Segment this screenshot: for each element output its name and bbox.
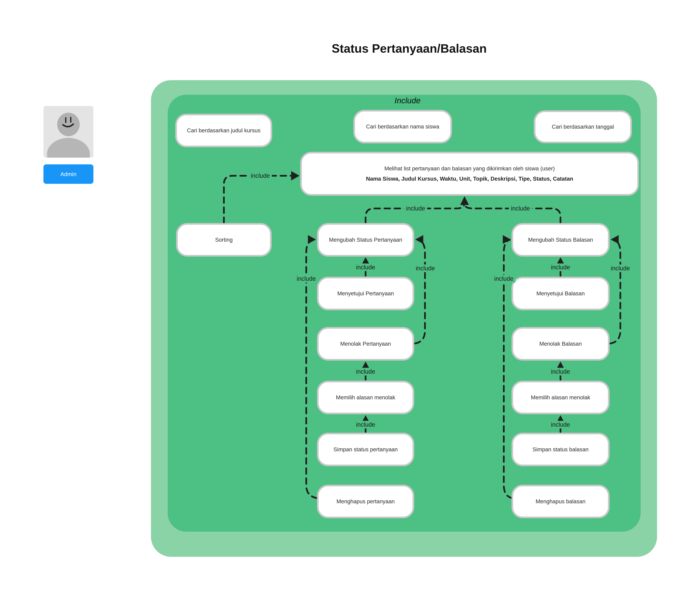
usecase-cari-judul-kursus: Cari berdasarkan judul kursus bbox=[175, 114, 272, 147]
actor-admin-label: Admin bbox=[60, 171, 76, 177]
usecase-diagram-canvas: Status Pertanyaan/Balasan Admin Include bbox=[0, 0, 700, 589]
usecase-tolak-pertanyaan: Menolak Pertanyaan bbox=[317, 327, 414, 361]
usecase-label: Cari berdasarkan tanggal bbox=[552, 123, 614, 131]
usecase-setuju-pertanyaan: Menyetujui Pertanyaan bbox=[317, 277, 414, 310]
include-label-simpan-balasan: include bbox=[549, 421, 572, 428]
usecase-label: Menyetujui Pertanyaan bbox=[337, 290, 394, 298]
usecase-label: Mengubah Status Pertanyaan bbox=[329, 236, 402, 244]
usecase-simpan-status-balasan: Simpan status balasan bbox=[511, 433, 610, 466]
include-label-tolak-loop-balasan: include bbox=[609, 264, 632, 272]
include-label-alasan-balasan: include bbox=[549, 368, 572, 376]
include-label-ubah-pertanyaan: include bbox=[404, 205, 427, 212]
usecase-label: Menghapus balasan bbox=[536, 498, 586, 505]
usecase-setuju-balasan: Menyetujui Balasan bbox=[511, 277, 610, 310]
usecase-hapus-balasan: Menghapus balasan bbox=[511, 485, 610, 518]
usecase-label: Menyetujui Balasan bbox=[536, 290, 585, 298]
actor-admin-badge: Admin bbox=[43, 164, 93, 184]
usecase-label: Sorting bbox=[215, 236, 233, 244]
usecase-sorting: Sorting bbox=[176, 223, 272, 256]
include-label-ubah-balasan: include bbox=[509, 205, 532, 212]
usecase-label: Simpan status pertanyaan bbox=[333, 446, 398, 453]
include-label-hapus-loop-pertanyaan: include bbox=[295, 275, 318, 282]
usecase-alasan-menolak-balasan: Memilih alasan menolak bbox=[511, 381, 610, 414]
usecase-label: Menolak Balasan bbox=[539, 340, 582, 348]
usecase-label: Mengubah Status Balasan bbox=[528, 236, 593, 244]
admin-avatar bbox=[43, 106, 93, 158]
usecase-ubah-status-pertanyaan: Mengubah Status Pertanyaan bbox=[317, 223, 414, 256]
usecase-label: Simpan status balasan bbox=[533, 446, 589, 453]
usecase-tolak-balasan: Menolak Balasan bbox=[511, 327, 610, 361]
usecase-label: Menghapus pertanyaan bbox=[336, 498, 395, 505]
include-label-setuju-balasan: include bbox=[549, 263, 572, 271]
usecase-label: Cari berdasarkan nama siswa bbox=[366, 123, 439, 131]
usecase-melihat-list: Melihat list pertanyaan dan balasan yang… bbox=[300, 152, 639, 196]
usecase-hapus-pertanyaan: Menghapus pertanyaan bbox=[317, 485, 414, 518]
include-label-setuju-pertanyaan: include bbox=[354, 263, 377, 271]
usecase-label-line2: Nama Siswa, Judul Kursus, Waktu, Unit, T… bbox=[366, 175, 573, 183]
person-icon bbox=[43, 106, 93, 158]
include-label-hapus-loop-balasan: include bbox=[492, 275, 515, 282]
usecase-cari-nama-siswa: Cari berdasarkan nama siswa bbox=[354, 110, 452, 143]
usecase-label-line1: Melihat list pertanyaan dan balasan yang… bbox=[366, 165, 573, 172]
boundary-heading: Include bbox=[395, 96, 421, 105]
usecase-cari-tanggal: Cari berdasarkan tanggal bbox=[534, 110, 632, 143]
usecase-label: Memilih alasan menolak bbox=[336, 394, 395, 401]
usecase-label: Memilih alasan menolak bbox=[531, 394, 590, 401]
usecase-alasan-menolak-pertanyaan: Memilih alasan menolak bbox=[317, 381, 414, 414]
page-title: Status Pertanyaan/Balasan bbox=[332, 42, 487, 55]
include-label-tolak-loop-pertanyaan: include bbox=[414, 264, 437, 272]
include-label-simpan-pertanyaan: include bbox=[354, 421, 377, 428]
usecase-ubah-status-balasan: Mengubah Status Balasan bbox=[511, 223, 610, 256]
usecase-label: Menolak Pertanyaan bbox=[340, 340, 391, 348]
usecase-simpan-status-pertanyaan: Simpan status pertanyaan bbox=[317, 433, 414, 466]
usecase-label: Cari berdasarkan judul kursus bbox=[187, 127, 260, 134]
include-label-sorting: include bbox=[249, 172, 272, 180]
include-label-alasan-pertanyaan: include bbox=[354, 368, 377, 376]
